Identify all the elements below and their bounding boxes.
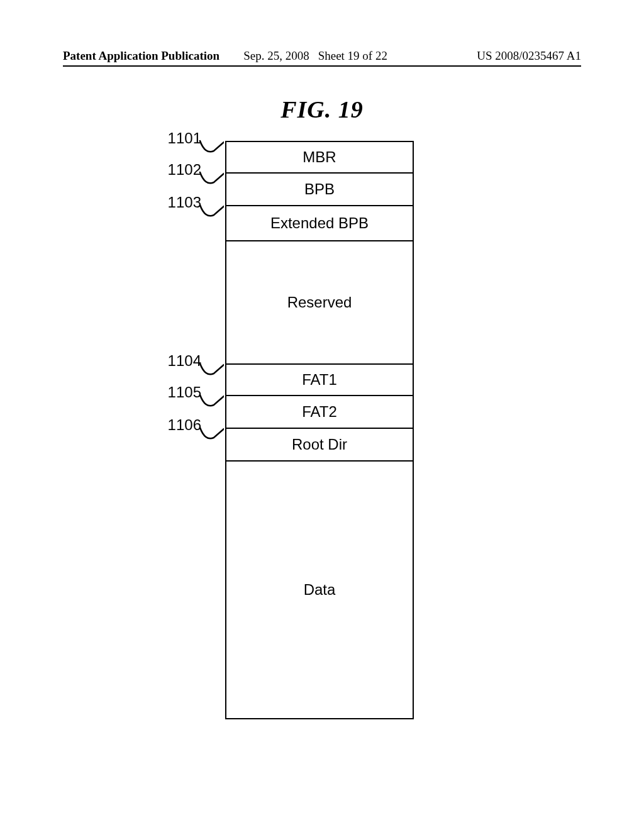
- reference-number: 1103: [164, 194, 201, 211]
- publication-label: Patent Application Publication: [63, 49, 219, 63]
- memory-layout-diagram: MBRBPBExtended BPBReservedFAT1FAT2Root D…: [225, 141, 414, 719]
- layout-row-label: MBR: [303, 148, 336, 166]
- leader-line: [199, 362, 224, 380]
- layout-row-label: Data: [304, 581, 336, 599]
- reference-number: 1106: [164, 416, 201, 434]
- leader-line: [199, 204, 224, 221]
- layout-row: Reserved: [225, 240, 414, 363]
- publication-number: US 2008/0235467 A1: [477, 49, 581, 63]
- sheet-number: Sheet 19 of 22: [318, 49, 387, 63]
- reference-number: 1104: [164, 352, 201, 370]
- leader-line: [199, 171, 224, 189]
- layout-row: FAT1: [225, 363, 414, 395]
- page-header: Patent Application Publication Sep. 25, …: [63, 49, 581, 63]
- layout-row: Root Dir: [225, 428, 414, 460]
- leader-line: [199, 140, 224, 157]
- layout-row-label: Extended BPB: [270, 214, 369, 232]
- figure-title: FIG. 19: [0, 96, 644, 123]
- layout-row-label: BPB: [304, 180, 335, 198]
- publication-date: Sep. 25, 2008: [243, 49, 309, 63]
- reference-number: 1102: [164, 161, 201, 179]
- layout-row: Extended BPB: [225, 205, 414, 240]
- leader-line: [199, 394, 224, 411]
- layout-row: Data: [225, 460, 414, 719]
- layout-row: MBR: [225, 141, 414, 172]
- reference-number: 1101: [164, 130, 201, 147]
- layout-row-label: Root Dir: [292, 436, 347, 453]
- header-rule: [63, 65, 581, 67]
- layout-row-label: Reserved: [287, 294, 352, 311]
- layout-row-label: FAT1: [302, 371, 337, 389]
- layout-row: FAT2: [225, 395, 414, 428]
- layout-row-label: FAT2: [302, 403, 337, 421]
- leader-line: [199, 426, 224, 444]
- layout-row: BPB: [225, 172, 414, 205]
- reference-number: 1105: [164, 384, 201, 401]
